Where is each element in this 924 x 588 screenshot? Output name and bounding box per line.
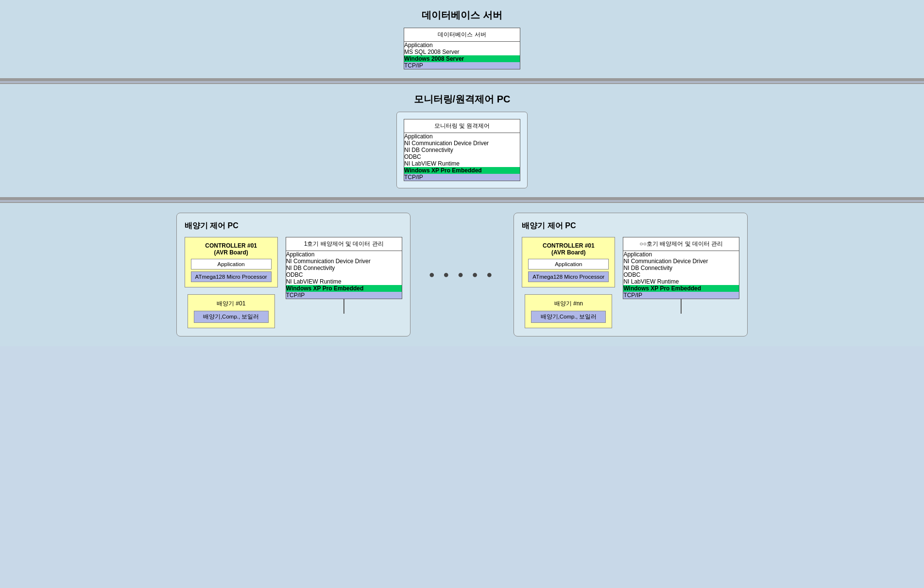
monitor-section: 모니터링/원격제어 PC 모니터링 및 원격제어 ApplicationNI C… [0, 84, 924, 200]
monitor-inner-box: 모니터링 및 원격제어 ApplicationNI Communication … [404, 119, 520, 181]
layer-2: NI DB Connectivity [404, 147, 520, 153]
right-avr-box: CONTROLLER #01(AVR Board) Application AT… [522, 237, 615, 287]
layer-2: NI DB Connectivity [286, 265, 402, 271]
layer-2: Windows 2008 Server [404, 55, 520, 62]
left-avr-box: CONTROLLER #01(AVR Board) Application AT… [185, 237, 278, 287]
layer-5: Windows XP Pro Embedded [623, 285, 739, 292]
layer-3: ODBC [623, 271, 739, 278]
layer-3: ODBC [404, 153, 520, 160]
layer-1: NI Communication Device Driver [623, 258, 739, 265]
db-layers: ApplicationMS SQL 2008 ServerWindows 200… [404, 42, 520, 69]
left-stack-connector [343, 299, 344, 314]
layer-1: NI Communication Device Driver [286, 258, 402, 265]
left-ctrl-title: 배양기 제어 PC [185, 221, 402, 231]
right-ctrl-outer: 배양기 제어 PC CONTROLLER #01(AVR Board) Appl… [513, 213, 748, 336]
right-cult-comp: 배양기,Comp., 보일러 [531, 311, 606, 323]
db-stack-container: 데이터베이스 서버 ApplicationMS SQL 2008 ServerW… [404, 28, 520, 69]
db-box-header: 데이터베이스 서버 [404, 28, 520, 42]
layer-6: TCP/IP [404, 174, 520, 181]
layer-4: NI LabVIEW Runtime [623, 278, 739, 285]
layer-6: TCP/IP [286, 292, 402, 299]
right-stack-col: ○○호기 배양제어 및 데이터 관리 ApplicationNI Communi… [623, 237, 739, 314]
layer-3: TCP/IP [404, 62, 520, 69]
right-stack-header: ○○호기 배양제어 및 데이터 관리 [623, 237, 739, 251]
left-avr-app: Application [191, 259, 272, 269]
ellipsis-dots: ● ● ● ● ● [414, 269, 510, 280]
left-avr-col: CONTROLLER #01(AVR Board) Application AT… [185, 237, 278, 328]
layer-0: Application [623, 251, 739, 258]
layer-0: Application [286, 251, 402, 258]
right-cult-box: 배양기 #nn 배양기,Comp., 보일러 [525, 294, 612, 328]
main-wrapper: 데이터베이스 서버 데이터베이스 서버 ApplicationMS SQL 20… [0, 0, 924, 346]
left-stack-col: 1호기 배양제어 및 데이터 관리 ApplicationNI Communic… [286, 237, 402, 314]
left-stack-layers: ApplicationNI Communication Device Drive… [286, 251, 402, 299]
right-cult-title: 배양기 #nn [531, 300, 606, 308]
right-avr-app: Application [528, 259, 609, 269]
layer-5: Windows XP Pro Embedded [404, 167, 520, 174]
right-stack-connector [681, 299, 682, 314]
right-ctrl-title: 배양기 제어 PC [522, 221, 739, 231]
layer-6: TCP/IP [623, 292, 739, 299]
left-stack-box: 1호기 배양제어 및 데이터 관리 ApplicationNI Communic… [286, 237, 402, 299]
layer-2: NI DB Connectivity [623, 265, 739, 271]
monitor-box-header: 모니터링 및 원격제어 [404, 119, 520, 133]
left-stack-header: 1호기 배양제어 및 데이터 관리 [286, 237, 402, 251]
layer-4: NI LabVIEW Runtime [404, 160, 520, 167]
db-section-title: 데이터베이스 서버 [422, 9, 502, 22]
layer-0: Application [404, 42, 520, 49]
right-ctrl-row: CONTROLLER #01(AVR Board) Application AT… [522, 237, 739, 328]
left-ctrl-row: CONTROLLER #01(AVR Board) Application AT… [185, 237, 402, 328]
left-cult-box: 배양기 #01 배양기,Comp., 보일러 [188, 294, 275, 328]
controllers-section: 배양기 제어 PC CONTROLLER #01(AVR Board) Appl… [0, 203, 924, 346]
layer-3: ODBC [286, 271, 402, 278]
right-avr-col: CONTROLLER #01(AVR Board) Application AT… [522, 237, 615, 328]
layer-0: Application [404, 133, 520, 140]
monitor-section-title: 모니터링/원격제어 PC [414, 93, 511, 106]
monitor-layers: ApplicationNI Communication Device Drive… [404, 133, 520, 181]
db-inner-box: 데이터베이스 서버 ApplicationMS SQL 2008 ServerW… [404, 28, 520, 69]
left-avr-proc: ATmega128 Micro Processor [191, 271, 272, 282]
right-avr-title: CONTROLLER #01(AVR Board) [528, 242, 609, 256]
monitor-outer-box: 모니터링 및 원격제어 ApplicationNI Communication … [396, 112, 528, 188]
layer-1: NI Communication Device Driver [404, 140, 520, 147]
right-stack-box: ○○호기 배양제어 및 데이터 관리 ApplicationNI Communi… [623, 237, 739, 299]
layer-4: NI LabVIEW Runtime [286, 278, 402, 285]
left-cult-comp: 배양기,Comp., 보일러 [194, 311, 269, 323]
layer-1: MS SQL 2008 Server [404, 49, 520, 55]
right-stack-layers: ApplicationNI Communication Device Drive… [623, 251, 739, 299]
right-avr-proc: ATmega128 Micro Processor [528, 271, 609, 282]
db-section: 데이터베이스 서버 데이터베이스 서버 ApplicationMS SQL 20… [0, 0, 924, 81]
left-cult-title: 배양기 #01 [194, 300, 269, 308]
left-avr-title: CONTROLLER #01(AVR Board) [191, 242, 272, 256]
left-ctrl-outer: 배양기 제어 PC CONTROLLER #01(AVR Board) Appl… [176, 213, 411, 336]
layer-5: Windows XP Pro Embedded [286, 285, 402, 292]
